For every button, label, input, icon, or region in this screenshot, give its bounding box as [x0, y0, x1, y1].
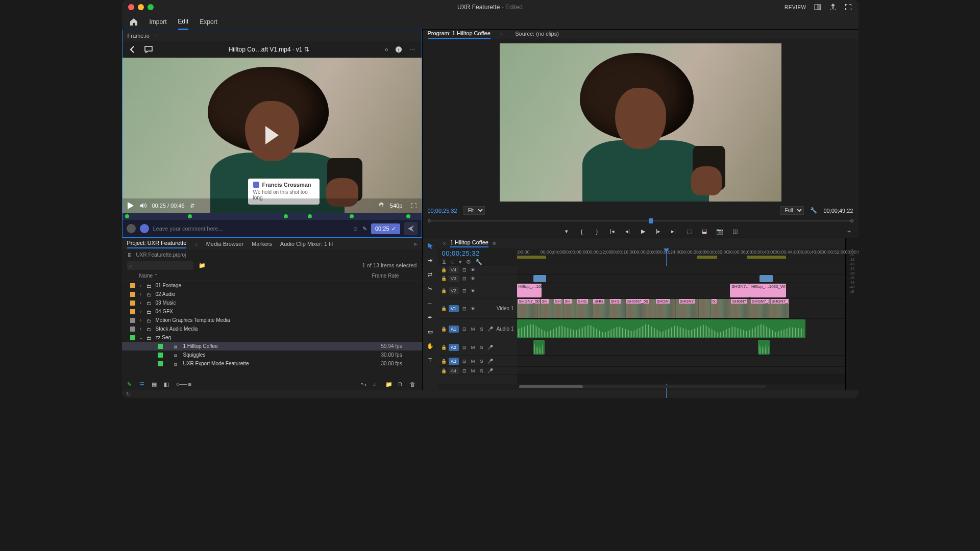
sort-icon[interactable]: ≡ [188, 381, 195, 388]
track-target[interactable]: A3 [449, 358, 459, 365]
clip[interactable]: Hilltop_…108 [517, 284, 542, 297]
track-header-V4[interactable]: 🔒 V4 ⊡ 👁 [438, 266, 517, 274]
disclosure-icon[interactable]: › [138, 317, 143, 323]
track-lane-A1[interactable] [517, 319, 845, 339]
panel-menu-icon[interactable]: ≡ [194, 241, 198, 247]
sync-lock-icon[interactable]: ⊡ [461, 288, 468, 293]
comment-bubble-icon[interactable] [144, 45, 153, 54]
track-header-A4[interactable]: 🔒 A4 ⊡ MS🎤 [438, 367, 517, 375]
step-forward-icon[interactable]: |▸ [654, 228, 663, 236]
sync-lock-icon[interactable]: ⊡ [461, 327, 468, 332]
clip[interactable]: SHGN7_S [750, 299, 770, 318]
frameio-video[interactable]: Francis Crossman We hold on this shot to… [122, 58, 422, 213]
clip[interactable]: SHGN7… [730, 284, 750, 297]
project-row[interactable]: ⧈ 1 Hilltop Coffee 59.94 fps [122, 342, 422, 350]
track-select-tool-icon[interactable]: ⇥ [426, 256, 435, 265]
export-frame-icon[interactable]: 📷 [716, 228, 724, 236]
clip[interactable]: SHGN7 [730, 299, 750, 318]
new-item-icon[interactable]: 🗋 [398, 381, 405, 388]
sync-lock-icon[interactable]: ⊡ [461, 368, 468, 373]
close-window[interactable] [128, 4, 134, 10]
zoom-fit-select[interactable]: Fit [463, 206, 485, 215]
tab-edit[interactable]: Edit [178, 14, 189, 30]
minimize-window[interactable] [138, 4, 144, 10]
track-target[interactable]: A1 [449, 325, 459, 333]
track-lane-A2[interactable] [517, 339, 845, 356]
solo-icon[interactable]: S [479, 359, 485, 364]
comment-marker[interactable] [350, 214, 354, 218]
voice-over-icon[interactable]: 🎤 [487, 327, 494, 332]
track-lane-V3[interactable] [517, 274, 845, 283]
work-area[interactable] [747, 256, 786, 259]
resolution-select[interactable]: Full [780, 206, 804, 215]
project-row[interactable]: › 🗀 Motion Graphics Template Media [122, 316, 422, 324]
slip-tool-icon[interactable]: ↔ [426, 298, 435, 308]
sync-lock-icon[interactable]: ⊡ [461, 306, 468, 311]
clip[interactable]: SHG [609, 299, 625, 318]
sync-lock-icon[interactable]: ⊡ [461, 359, 468, 364]
project-row[interactable]: › 🗀 04 GFX [122, 307, 422, 316]
find-icon[interactable]: ⌕ [373, 381, 380, 388]
markers-tab[interactable]: Markers [252, 241, 272, 247]
col-name[interactable]: Name ⌃ [139, 273, 372, 279]
disclosure-icon[interactable]: › [138, 300, 143, 306]
snap-icon[interactable]: ⊻ [442, 259, 446, 265]
automate-icon[interactable]: ⮑ [361, 381, 368, 388]
clip[interactable]: SHG [592, 299, 608, 318]
frameio-clip-title[interactable]: Hilltop Co…aft V1.mp4 · v1 ⇅ [229, 46, 309, 53]
track-target[interactable]: V4 [449, 266, 459, 273]
toggle-output-icon[interactable]: 👁 [470, 288, 476, 293]
disclosure-icon[interactable]: › [138, 326, 143, 332]
clip[interactable]: fx [710, 299, 730, 318]
program-timecode[interactable]: 00;00;25;32 [428, 208, 457, 214]
track-header-V2[interactable]: 🔒 V2 ⊡ 👁 [438, 283, 517, 298]
project-row[interactable]: ⧈ Squiggles 30.00 fps [122, 350, 422, 359]
program-scrubber[interactable] [428, 216, 853, 224]
program-tab[interactable]: Program: 1 Hilltop Coffee [428, 30, 491, 39]
timeline-hscroll[interactable] [438, 384, 845, 390]
pen-tool-icon[interactable]: ✒ [426, 313, 435, 322]
selection-tool-icon[interactable] [426, 241, 435, 251]
comment-marker[interactable] [406, 214, 410, 218]
track-header-A3[interactable]: 🔒 A3 ⊡ MS🎤 [438, 356, 517, 367]
new-bin-icon[interactable]: 📁 [385, 381, 393, 388]
work-area[interactable] [517, 256, 547, 259]
rectangle-tool-icon[interactable]: ▭ [426, 327, 435, 336]
play-overlay-icon[interactable] [265, 126, 279, 144]
share-icon[interactable] [829, 3, 837, 11]
lock-icon[interactable]: 🔒 [441, 359, 446, 364]
track-header-A1[interactable]: 🔒 A1 ⊡ MS🎤 Audio 1 [438, 319, 517, 339]
track-lane-V2[interactable]: Hilltop_…108SHGN7…Hilltop_…1080_White.ps… [517, 283, 845, 298]
panel-menu-icon[interactable]: ≡ [154, 33, 157, 39]
pencil-icon[interactable]: ✎ [127, 381, 134, 388]
close-sequence-icon[interactable]: × [443, 240, 446, 246]
emoji-icon[interactable]: ☺ [353, 226, 358, 232]
comment-marker[interactable] [308, 214, 312, 218]
track-header-V3[interactable]: 🔒 V3 ⊡ 👁 [438, 274, 517, 283]
mute-icon[interactable]: M [470, 368, 476, 373]
trash-icon[interactable]: 🗑 [410, 381, 417, 388]
go-to-out-icon[interactable]: ▸| [670, 228, 678, 236]
time-stepper-icon[interactable]: ⇵ [190, 203, 194, 209]
freeform-view-icon[interactable]: ◧ [164, 381, 171, 388]
sync-lock-icon[interactable]: ⊡ [461, 267, 468, 272]
clip[interactable]: SHGN7_S [770, 299, 790, 318]
disclosure-icon[interactable]: › [138, 309, 143, 314]
project-row[interactable]: › 🗀 03 Music [122, 298, 422, 307]
clip[interactable]: Hilltop_…1080_White.psd [750, 284, 786, 297]
clip[interactable]: SHGN7_50 [625, 299, 655, 318]
clip[interactable]: SH [540, 299, 553, 318]
clip[interactable]: SHGN7 [678, 299, 710, 318]
voice-over-icon[interactable]: 🎤 [487, 359, 494, 364]
type-tool-icon[interactable]: T [426, 356, 435, 365]
clip[interactable] [517, 319, 806, 338]
media-browser-tab[interactable]: Media Browser [206, 241, 243, 247]
track-lane-V1[interactable]: SHGN7_500SHSHSHSHGSHGSHGSHGN7_50SHGNSHGN… [517, 298, 845, 319]
lock-icon[interactable]: 🔒 [441, 306, 446, 311]
program-video[interactable] [423, 39, 859, 206]
timeline-ruler[interactable]: ;00;0000;00;04;0000;00;08;0000;00;12;000… [517, 248, 845, 266]
frameio-panel-label[interactable]: Frame.io [128, 33, 150, 39]
settings-icon[interactable]: ⚙ [466, 259, 471, 265]
voice-over-icon[interactable]: 🎤 [487, 345, 494, 350]
overflow-icon[interactable]: » [413, 241, 416, 247]
